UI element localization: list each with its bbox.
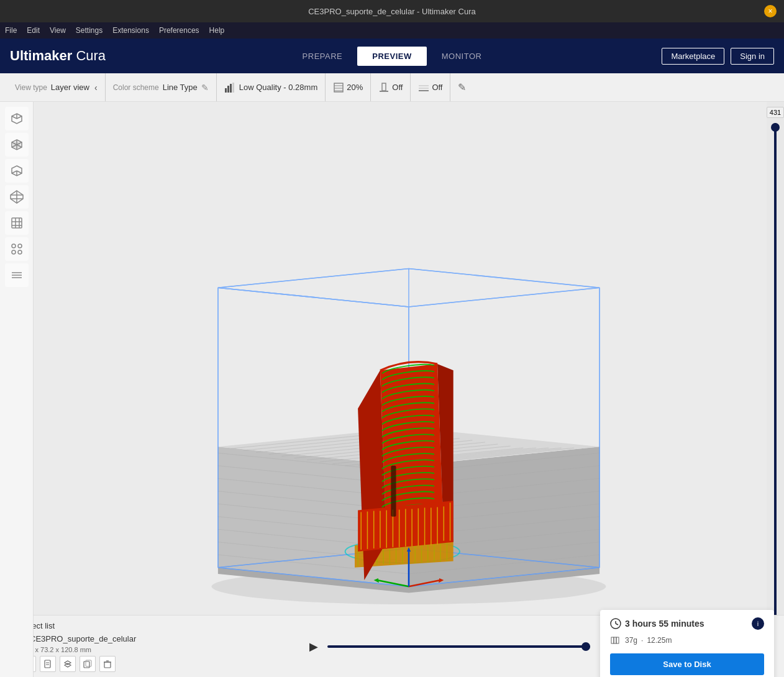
menu-preferences[interactable]: Preferences <box>159 26 199 35</box>
tool-layers[interactable] <box>5 263 29 287</box>
menu-settings[interactable]: Settings <box>76 26 103 35</box>
settings-icon-section[interactable]: ✎ <box>450 73 473 101</box>
svg-rect-30 <box>12 218 22 228</box>
logo: Ultimaker Cura <box>10 48 288 64</box>
print-time-row: 3 hours 55 minutes i <box>610 617 764 630</box>
signin-button[interactable]: Sign in <box>731 48 774 65</box>
play-button[interactable]: ▶ <box>305 638 322 655</box>
quality-icon <box>224 82 235 93</box>
infill-value: 20% <box>347 83 363 92</box>
progress-track[interactable] <box>327 645 590 648</box>
viewport[interactable]: 431 <box>34 102 784 677</box>
svg-line-25 <box>12 171 17 173</box>
view-type-section: View type Layer view ‹ <box>7 73 106 101</box>
svg-line-24 <box>17 171 22 173</box>
object-icons <box>10 656 295 672</box>
svg-line-15 <box>17 116 22 119</box>
bottom-bar: ∧ Object list ✎ CE3PRO_suporte_de_celula… <box>0 615 784 677</box>
tool-view6[interactable] <box>5 237 29 261</box>
left-tools-panel <box>0 102 34 677</box>
object-name: CE3PRO_suporte_de_celular <box>30 634 136 643</box>
tab-preview[interactable]: PREVIEW <box>357 47 426 66</box>
quality-value: Low Quality - 0.28mm <box>239 83 317 92</box>
tool-view4[interactable] <box>5 185 29 209</box>
svg-rect-8 <box>382 83 386 91</box>
clock-icon <box>610 618 621 629</box>
quality-section: Low Quality - 0.28mm <box>217 73 326 101</box>
3d-scene <box>34 102 784 677</box>
material-icon <box>610 635 621 646</box>
menu-view[interactable]: View <box>50 26 66 35</box>
menu-file[interactable]: File <box>5 26 17 35</box>
main-area: 431 ∧ Object list ✎ CE3PRO_suporte_de_ce… <box>0 102 784 677</box>
tab-prepare[interactable]: PREPARE <box>288 47 358 66</box>
svg-rect-157 <box>616 637 619 643</box>
color-scheme-value: Line Type <box>163 83 198 92</box>
adhesion-value: Off <box>432 83 442 92</box>
slider-handle-top[interactable] <box>771 123 780 132</box>
nav-tabs: PREPARE PREVIEW MONITOR <box>288 47 497 66</box>
svg-rect-155 <box>611 637 614 643</box>
svg-line-154 <box>616 624 618 625</box>
tool-view2[interactable] <box>5 133 29 157</box>
svg-marker-146 <box>65 663 71 667</box>
adhesion-icon <box>418 82 429 93</box>
svg-point-36 <box>18 244 22 248</box>
svg-rect-9 <box>380 91 388 92</box>
svg-point-38 <box>18 250 22 254</box>
print-time-value: 3 hours 55 minutes <box>625 619 704 629</box>
object-panel: ∧ Object list ✎ CE3PRO_suporte_de_celula… <box>10 621 295 672</box>
object-dimensions: 50.0 x 73.2 x 120.8 mm <box>10 646 295 653</box>
slider-track[interactable] <box>774 123 777 670</box>
header: Ultimaker Cura PREPARE PREVIEW MONITOR M… <box>0 39 784 73</box>
svg-rect-134 <box>391 466 396 517</box>
info-button[interactable]: i <box>752 617 764 630</box>
object-icon-page[interactable] <box>40 656 56 672</box>
object-icon-layers[interactable] <box>60 656 76 672</box>
tool-view5[interactable] <box>5 211 29 235</box>
close-button[interactable]: × <box>764 5 777 17</box>
support-value: Off <box>392 83 403 92</box>
object-item: ✎ CE3PRO_suporte_de_celular <box>10 634 295 643</box>
svg-rect-142 <box>45 660 50 668</box>
color-scheme-edit-icon[interactable]: ✎ <box>201 83 209 93</box>
view-type-label: View type <box>15 83 47 92</box>
header-right: Marketplace Sign in <box>496 48 774 65</box>
menu-extensions[interactable]: Extensions <box>112 26 149 35</box>
color-scheme-label: Color scheme <box>113 83 159 92</box>
svg-point-37 <box>12 250 16 254</box>
tool-view1[interactable] <box>5 107 29 130</box>
svg-rect-149 <box>104 662 111 668</box>
toolbar-settings-icon[interactable]: ✎ <box>458 81 466 93</box>
object-list-header[interactable]: ∧ Object list <box>10 621 295 630</box>
color-scheme-section: Color scheme Line Type ✎ <box>106 73 217 101</box>
svg-rect-0 <box>225 88 227 93</box>
tab-monitor[interactable]: MONITOR <box>427 47 497 66</box>
svg-rect-3 <box>232 83 234 93</box>
tool-view3[interactable] <box>5 159 29 183</box>
object-icon-trash[interactable] <box>99 656 116 672</box>
infill-icon <box>333 82 344 93</box>
svg-line-16 <box>12 116 17 119</box>
svg-marker-145 <box>65 661 71 665</box>
print-info-panel: 3 hours 55 minutes i 37g · 12.25m Save t… <box>600 610 774 677</box>
view-type-value: Layer view <box>51 83 89 92</box>
save-to-disk-button[interactable]: Save to Disk <box>610 653 764 675</box>
progress-thumb[interactable] <box>581 642 590 651</box>
marketplace-button[interactable]: Marketplace <box>662 48 724 65</box>
window-title: CE3PRO_suporte_de_celular - Ultimaker Cu… <box>308 7 476 16</box>
support-section: Off <box>371 73 411 101</box>
infill-section: 20% <box>326 73 371 101</box>
menu-help[interactable]: Help <box>209 26 225 35</box>
print-time: 3 hours 55 minutes <box>610 618 704 629</box>
material-weight: 37g <box>625 636 637 645</box>
layer-slider: 431 <box>767 102 784 677</box>
object-icon-copy[interactable] <box>80 656 96 672</box>
menubar: File Edit View Settings Extensions Prefe… <box>0 22 784 39</box>
menu-edit[interactable]: Edit <box>27 26 40 35</box>
adhesion-section: Off <box>411 73 450 101</box>
support-icon <box>378 82 390 93</box>
view-type-chevron[interactable]: ‹ <box>94 83 98 93</box>
material-length: 12.25m <box>647 636 672 645</box>
playback-bar: ▶ <box>295 638 600 655</box>
